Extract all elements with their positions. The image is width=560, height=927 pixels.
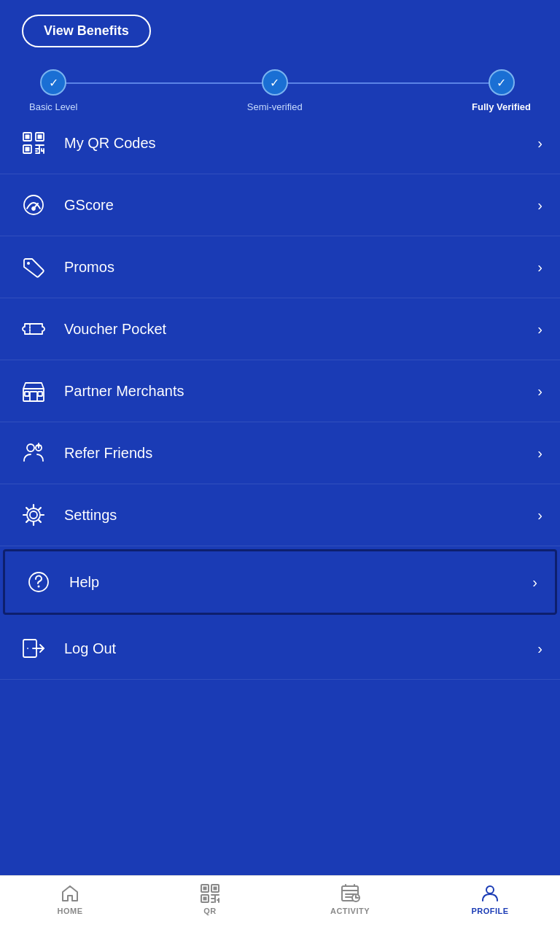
svg-point-54 [486, 886, 494, 893]
menu-item-refer[interactable]: Refer Friends › [0, 422, 560, 484]
menu-label-settings: Settings [64, 507, 537, 524]
menu-item-promos[interactable]: Promos › [0, 236, 560, 298]
step-basic: ✓ Basic Level [29, 69, 77, 112]
svg-rect-18 [23, 389, 44, 401]
menu-label-gscore: GScore [64, 197, 537, 214]
menu-label-help: Help [69, 574, 532, 591]
nav-profile[interactable]: PROFILE [420, 883, 560, 915]
svg-rect-3 [26, 135, 30, 139]
view-benefits-button[interactable]: View Benefits [22, 15, 151, 47]
verification-progress: ✓ Basic Level ✓ Semi-verified ✓ Fully Ve… [22, 69, 538, 112]
activity-icon [340, 883, 360, 904]
svg-rect-5 [26, 147, 30, 152]
menu-label-merchants: Partner Merchants [64, 383, 537, 400]
menu-label-promos: Promos [64, 259, 537, 276]
chevron-icon: › [537, 135, 542, 152]
svg-point-22 [27, 444, 34, 451]
step-semi-label: Semi-verified [247, 101, 303, 112]
step-full: ✓ Fully Verified [472, 69, 531, 112]
menu-item-qr-codes[interactable]: My QR Codes › [0, 112, 560, 174]
svg-point-27 [27, 508, 40, 521]
nav-qr-label: QR [203, 907, 217, 915]
svg-rect-36 [203, 887, 207, 891]
svg-point-29 [38, 586, 40, 588]
chevron-icon: › [532, 574, 537, 591]
menu-label-voucher: Voucher Pocket [64, 321, 537, 338]
step-full-circle: ✓ [489, 69, 515, 96]
menu-item-logout[interactable]: Log Out › [0, 618, 560, 680]
menu-label-qr-codes: My QR Codes [64, 135, 537, 152]
menu-label-refer: Refer Friends [64, 445, 537, 462]
gscore-icon [18, 189, 50, 221]
svg-rect-20 [25, 392, 29, 396]
svg-rect-38 [203, 897, 207, 901]
step-basic-circle: ✓ [40, 69, 66, 96]
menu-item-help[interactable]: Help › [3, 549, 557, 615]
chevron-icon: › [537, 197, 542, 214]
home-icon [60, 883, 80, 904]
step-semi: ✓ Semi-verified [247, 69, 303, 112]
svg-rect-19 [30, 392, 37, 401]
svg-point-14 [24, 195, 43, 214]
nav-home[interactable]: HOME [0, 883, 140, 915]
voucher-icon [18, 313, 50, 345]
nav-home-label: HOME [58, 907, 83, 915]
svg-point-16 [27, 262, 30, 265]
nav-activity-label: ACTIVITY [330, 907, 370, 915]
top-section: View Benefits ✓ Basic Level ✓ Semi-verif… [0, 0, 560, 112]
chevron-icon: › [537, 383, 542, 400]
step-full-label: Fully Verified [472, 101, 531, 112]
menu-list: My QR Codes › GScore › Promos › [0, 112, 560, 875]
chevron-icon: › [537, 321, 542, 338]
chevron-icon: › [537, 507, 542, 524]
step-semi-circle: ✓ [262, 69, 288, 96]
settings-icon [18, 499, 50, 531]
menu-item-gscore[interactable]: GScore › [0, 174, 560, 236]
logout-icon [18, 632, 50, 664]
bottom-nav: HOME QR ACT [0, 875, 560, 927]
nav-qr[interactable]: QR [140, 883, 280, 915]
step-basic-label: Basic Level [29, 101, 77, 112]
chevron-icon: › [537, 445, 542, 462]
svg-rect-21 [38, 392, 42, 396]
menu-item-voucher[interactable]: Voucher Pocket › [0, 298, 560, 360]
qr-codes-icon [18, 127, 50, 159]
svg-rect-37 [214, 887, 217, 891]
chevron-icon: › [537, 259, 542, 276]
svg-point-26 [30, 511, 37, 519]
refer-icon [18, 437, 50, 469]
merchants-icon [18, 375, 50, 407]
menu-label-logout: Log Out [64, 640, 537, 657]
nav-activity[interactable]: ACTIVITY [280, 883, 420, 915]
menu-item-settings[interactable]: Settings › [0, 484, 560, 546]
profile-icon [480, 883, 500, 904]
svg-rect-4 [38, 135, 42, 139]
help-icon [23, 566, 55, 598]
chevron-icon: › [537, 640, 542, 657]
promos-icon [18, 251, 50, 283]
qr-icon [200, 883, 220, 904]
nav-profile-label: PROFILE [471, 907, 508, 915]
menu-item-merchants[interactable]: Partner Merchants › [0, 360, 560, 422]
